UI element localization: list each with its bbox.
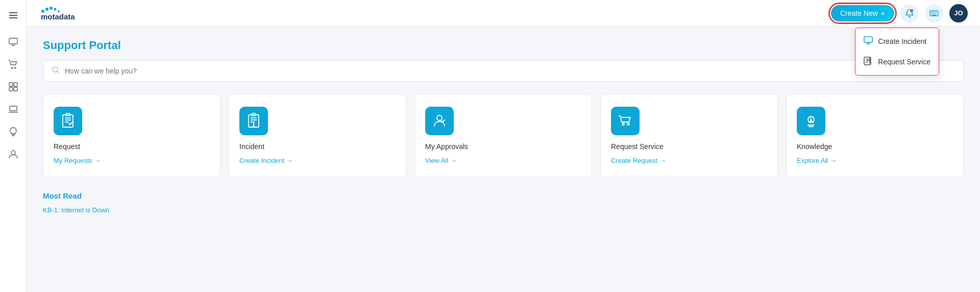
sidebar: [0, 0, 27, 292]
svg-rect-42: [63, 115, 73, 127]
incident-card-title: Incident: [239, 142, 264, 151]
page-title: Support Portal: [43, 39, 964, 52]
header-right: Create New + Create Incident: [831, 4, 968, 22]
page-content: Support Portal: [27, 27, 980, 292]
knowledge-card-icon-wrapper: [797, 107, 825, 135]
svg-point-7: [14, 67, 15, 68]
incident-card-link[interactable]: Create Incident →: [239, 157, 293, 164]
sidebar-monitor-icon[interactable]: [4, 33, 22, 51]
keyboard-button[interactable]: [925, 4, 943, 22]
approvals-card-link[interactable]: View All →: [425, 157, 457, 164]
svg-point-53: [253, 126, 254, 127]
request-card-title: Request: [54, 142, 80, 151]
svg-point-15: [11, 151, 15, 155]
sidebar-laptop-icon[interactable]: [4, 100, 22, 118]
svg-point-18: [50, 7, 53, 10]
main-content: motadata Create New + Cre: [27, 0, 980, 292]
knowledge-card-title: Knowledge: [797, 142, 832, 151]
svg-rect-3: [9, 38, 17, 44]
svg-point-19: [54, 8, 57, 10]
most-read-item-kb1[interactable]: KB-1: Internet is Down: [43, 206, 109, 214]
incident-card-icon-wrapper: [239, 107, 268, 135]
approvals-card-title: My Approvals: [425, 142, 468, 151]
create-new-button[interactable]: Create New +: [831, 5, 894, 21]
svg-rect-12: [10, 106, 17, 111]
svg-text:motadata: motadata: [41, 12, 75, 21]
user-avatar-button[interactable]: JO: [949, 4, 968, 22]
header: motadata Create New + Cre: [27, 0, 980, 27]
sidebar-lightbulb-icon[interactable]: [4, 123, 22, 141]
sidebar-grid-icon[interactable]: [4, 78, 22, 96]
approvals-icon: [431, 113, 448, 129]
request-service-card-link[interactable]: Create Request →: [611, 157, 666, 164]
svg-point-17: [45, 8, 48, 11]
search-icon: [52, 66, 60, 76]
request-service-card-title: Request Service: [611, 142, 664, 151]
cards-grid: Request My Requests → Incident: [43, 94, 964, 177]
dropdown-request-service-label: Request Service: [878, 58, 930, 66]
svg-point-55: [622, 123, 624, 125]
sidebar-person-icon[interactable]: [4, 145, 22, 163]
sidebar-menu-icon[interactable]: [4, 6, 22, 25]
request-service-icon: [617, 113, 633, 129]
search-bar: [43, 60, 964, 82]
notifications-button[interactable]: 4: [900, 4, 919, 22]
svg-point-56: [627, 123, 629, 125]
svg-point-54: [437, 115, 442, 120]
book-icon: [864, 56, 873, 67]
request-card: Request My Requests →: [43, 94, 220, 177]
knowledge-card-link[interactable]: Explore All →: [797, 157, 837, 164]
svg-rect-11: [14, 87, 17, 91]
dropdown-request-service[interactable]: Request Service: [855, 52, 939, 72]
dropdown-create-incident-label: Create Incident: [878, 37, 926, 45]
svg-point-6: [11, 67, 12, 68]
svg-rect-8: [9, 83, 13, 86]
approvals-card: My Approvals View All →: [414, 94, 592, 177]
incident-card: Incident Create Incident →: [229, 94, 406, 177]
logo-svg: motadata: [39, 5, 105, 21]
create-new-dropdown: Create Incident Request Service: [855, 28, 939, 76]
svg-line-41: [57, 71, 59, 74]
request-card-icon-wrapper: [54, 107, 82, 135]
request-service-card-icon-wrapper: [611, 107, 640, 135]
search-input[interactable]: [65, 67, 955, 75]
knowledge-icon: [803, 113, 819, 129]
create-new-label: Create New: [840, 9, 878, 17]
svg-point-59: [811, 120, 812, 121]
svg-rect-22: [864, 37, 872, 42]
most-read-title: Most Read: [43, 191, 964, 200]
request-card-link[interactable]: My Requests →: [54, 157, 101, 164]
approvals-card-icon-wrapper: [425, 107, 454, 135]
incident-icon: [246, 113, 262, 129]
dropdown-create-incident[interactable]: Create Incident: [855, 31, 939, 52]
svg-rect-9: [14, 83, 17, 86]
svg-rect-10: [9, 87, 13, 91]
create-new-plus-icon: +: [881, 9, 885, 17]
request-icon: [60, 113, 76, 129]
sidebar-cart-icon[interactable]: [4, 55, 22, 74]
logo: motadata: [39, 5, 105, 21]
knowledge-card: Knowledge Explore All →: [786, 94, 964, 177]
monitor-icon: [864, 36, 873, 47]
request-service-card: Request Service Create Request →: [600, 94, 778, 177]
most-read-section: Most Read KB-1: Internet is Down: [43, 191, 964, 214]
